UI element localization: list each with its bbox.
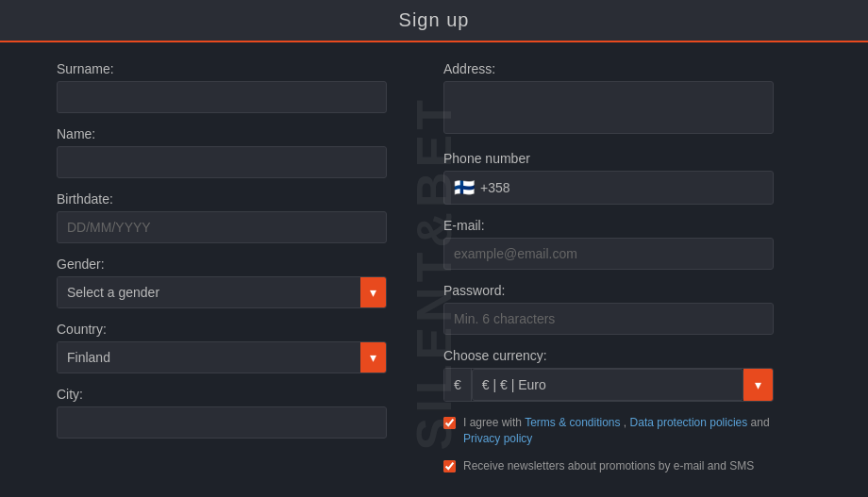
email-label: E-mail: xyxy=(443,218,774,233)
country-group: Country: Finland Sweden Norway Denmark ▾ xyxy=(57,322,387,373)
privacy-policy-link[interactable]: Privacy policy xyxy=(463,432,532,445)
surname-input[interactable] xyxy=(57,81,387,113)
right-column: Address: Phone number 🇫🇮 +358 E-mail: Pa… xyxy=(415,61,774,485)
birthdate-group: Birthdate: xyxy=(57,191,387,243)
city-input[interactable] xyxy=(57,406,387,439)
country-dropdown-arrow[interactable]: ▾ xyxy=(360,342,386,373)
data-protection-link[interactable]: Data protection policies xyxy=(630,416,748,429)
gender-select[interactable]: Select a gender Male Female Other xyxy=(58,277,360,307)
email-group: E-mail: xyxy=(443,218,774,270)
phone-code: +358 xyxy=(480,180,510,195)
currency-symbol: € xyxy=(444,369,472,401)
password-label: Password: xyxy=(443,283,774,298)
country-select[interactable]: Finland Sweden Norway Denmark xyxy=(58,342,360,373)
newsletter-text: Receive newsletters about promotions by … xyxy=(463,458,754,474)
terms-conditions-link[interactable]: Terms & conditions xyxy=(525,416,620,429)
left-column: Surname: Name: Birthdate: Gender: Select… xyxy=(57,61,415,485)
newsletter-checkbox[interactable] xyxy=(443,460,456,472)
name-label: Name: xyxy=(57,126,387,141)
newsletter-checkbox-group: Receive newsletters about promotions by … xyxy=(443,458,774,474)
birthdate-label: Birthdate: xyxy=(57,191,387,207)
address-input[interactable] xyxy=(443,81,774,134)
name-input[interactable] xyxy=(57,146,387,178)
country-select-wrapper: Finland Sweden Norway Denmark ▾ xyxy=(57,341,387,373)
phone-flag-icon: 🇫🇮 xyxy=(454,177,475,198)
gender-group: Gender: Select a gender Male Female Othe… xyxy=(57,257,387,308)
city-label: City: xyxy=(57,387,387,402)
currency-select-wrapper: € € | € | Euro $ | USD | Dollar £ | GBP … xyxy=(443,368,774,402)
gender-select-wrapper: Select a gender Male Female Other ▾ xyxy=(57,276,387,308)
currency-select[interactable]: € | € | Euro $ | USD | Dollar £ | GBP | … xyxy=(472,369,743,401)
terms-checkbox-group: I agree with Terms & conditions , Data p… xyxy=(443,415,774,447)
terms-text: I agree with Terms & conditions , Data p… xyxy=(463,415,774,447)
address-group: Address: xyxy=(443,61,774,138)
surname-group: Surname: xyxy=(57,61,387,113)
surname-label: Surname: xyxy=(57,61,387,76)
header: Sign up xyxy=(0,0,868,42)
password-group: Password: xyxy=(443,283,774,335)
address-label: Address: xyxy=(443,61,774,76)
currency-dropdown-arrow[interactable]: ▾ xyxy=(743,369,773,401)
phone-label: Phone number xyxy=(443,151,774,166)
password-input[interactable] xyxy=(443,303,774,335)
country-label: Country: xyxy=(57,322,387,337)
currency-label: Choose currency: xyxy=(443,348,774,363)
gender-dropdown-arrow[interactable]: ▾ xyxy=(360,277,386,307)
birthdate-input[interactable] xyxy=(57,211,387,243)
terms-checkbox[interactable] xyxy=(443,417,456,429)
phone-field: 🇫🇮 +358 xyxy=(443,171,774,205)
currency-group: Choose currency: € € | € | Euro $ | USD … xyxy=(443,348,774,402)
page-title: Sign up xyxy=(9,9,859,31)
gender-label: Gender: xyxy=(57,257,387,272)
name-group: Name: xyxy=(57,126,387,178)
city-group: City: xyxy=(57,387,387,439)
email-input[interactable] xyxy=(443,238,774,270)
phone-group: Phone number 🇫🇮 +358 xyxy=(443,151,774,205)
